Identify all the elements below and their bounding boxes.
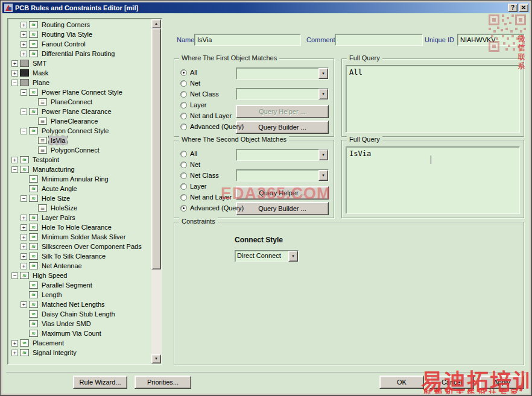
rule-wizard-button[interactable]: Rule Wizard...	[73, 376, 127, 389]
tree-item-power-plane-clearance[interactable]: −Power Plane Clearance	[9, 107, 151, 116]
second-net-class-dropdown[interactable]: ▼	[236, 169, 329, 181]
first-net-dropdown[interactable]: ▼	[236, 68, 329, 80]
tree-item-signal-integrity[interactable]: +Signal Integrity	[9, 348, 151, 357]
query-builder-button[interactable]: Query Builder ...	[236, 202, 329, 215]
tree-item-silkscreen-over-component-pads[interactable]: +Silkscreen Over Component Pads	[9, 242, 151, 251]
radio-net-and-layer[interactable]	[180, 194, 187, 201]
radio-option-net-class[interactable]: Net Class	[180, 171, 219, 180]
scrollbar-thumb[interactable]	[151, 28, 161, 269]
scroll-up-icon[interactable]: ▲	[151, 19, 161, 28]
chevron-down-icon[interactable]: ▼	[288, 251, 298, 262]
radio-net[interactable]	[180, 162, 187, 168]
tree-item-routing-corners[interactable]: +Routing Corners	[9, 20, 151, 30]
tree-item-vias-under-smd[interactable]: Vias Under SMD	[9, 319, 151, 328]
tree-item-polygon-connect-style[interactable]: −Polygon Connect Style	[9, 126, 151, 136]
radio-net-class[interactable]	[180, 91, 187, 98]
tree-item-planeclearance[interactable]: PlaneClearance	[9, 116, 151, 126]
radio-option-net-and-layer[interactable]: Net and Layer	[180, 193, 232, 201]
expand-plus-icon[interactable]: +	[21, 51, 27, 57]
tree-item-manufacturing[interactable]: −Manufacturing	[9, 165, 151, 174]
expand-plus-icon[interactable]: +	[21, 224, 27, 231]
tree-item-power-plane-connect-style[interactable]: −Power Plane Connect Style	[9, 87, 151, 97]
tree-item-daisy-chain-stub-length[interactable]: Daisy Chain Stub Length	[9, 309, 151, 319]
expand-plus-icon[interactable]: +	[21, 244, 27, 250]
chevron-down-icon[interactable]: ▼	[318, 149, 328, 160]
radio-option-net[interactable]: Net	[180, 160, 200, 169]
radio-advanced-query[interactable]	[180, 124, 187, 130]
tree-item-parallel-segment[interactable]: Parallel Segment	[9, 280, 151, 290]
radio-option-advanced-query[interactable]: Advanced (Query)	[180, 204, 244, 212]
collapse-minus-icon[interactable]: −	[21, 108, 27, 115]
tree-item-isvia[interactable]: IsVia	[9, 136, 151, 145]
chevron-down-icon[interactable]: ▼	[318, 170, 328, 181]
tree-item-planeconnect[interactable]: PlaneConnect	[9, 97, 151, 107]
collapse-minus-icon[interactable]: −	[11, 80, 18, 86]
full-query-second-text[interactable]: IsVia	[346, 146, 520, 214]
tree-item-mask[interactable]: +Mask	[9, 68, 151, 78]
tree-item-hole-to-hole-clearance[interactable]: +Hole To Hole Clearance	[9, 222, 151, 232]
tree-scrollbar[interactable]: ▲ ▼	[151, 19, 161, 363]
query-helper-button[interactable]: Query Helper ...	[236, 186, 329, 200]
expand-plus-icon[interactable]: +	[21, 31, 27, 38]
radio-all[interactable]	[180, 69, 187, 76]
tree-item-net-antennae[interactable]: +Net Antennae	[9, 261, 151, 271]
scroll-down-icon[interactable]: ▼	[151, 354, 161, 363]
scrollbar-track[interactable]	[151, 28, 161, 354]
radio-advanced-query[interactable]	[180, 205, 187, 212]
radio-net-and-layer[interactable]	[180, 113, 187, 119]
full-query-first-text[interactable]: All	[346, 65, 520, 133]
expand-plus-icon[interactable]: +	[21, 22, 27, 28]
radio-option-all[interactable]: All	[180, 149, 197, 158]
cancel-button[interactable]: Cancel	[429, 376, 474, 389]
tree-item-routing-via-style[interactable]: +Routing Via Style	[9, 30, 151, 39]
name-input[interactable]: IsVia	[194, 34, 301, 46]
query-helper-button[interactable]: Query Helper ...	[236, 105, 329, 118]
tree-item-maximum-via-count[interactable]: Maximum Via Count	[9, 328, 151, 338]
tree-item-minimum-annular-ring[interactable]: Minimum Annular Ring	[9, 174, 151, 184]
expand-plus-icon[interactable]: +	[11, 157, 18, 163]
expand-plus-icon[interactable]: +	[21, 253, 27, 260]
radio-option-layer[interactable]: Layer	[180, 101, 207, 109]
unique-id-input[interactable]: NIAHWVKV	[457, 34, 525, 46]
second-net-dropdown[interactable]: ▼	[236, 149, 329, 161]
tree-item-hole-size[interactable]: −Hole Size	[9, 193, 151, 203]
tree-item-minimum-solder-mask-sliver[interactable]: +Minimum Solder Mask Sliver	[9, 232, 151, 242]
collapse-minus-icon[interactable]: −	[21, 128, 27, 134]
tree-item-holesize[interactable]: HoleSize	[9, 203, 151, 213]
close-button[interactable]: ✕	[519, 4, 528, 12]
expand-plus-icon[interactable]: +	[11, 350, 18, 356]
priorities-button[interactable]: Priorities...	[135, 376, 191, 389]
tree-item-plane[interactable]: −Plane	[9, 78, 151, 87]
radio-option-advanced-query[interactable]: Advanced (Query)	[180, 122, 244, 131]
radio-layer[interactable]	[180, 183, 187, 190]
collapse-minus-icon[interactable]: −	[11, 166, 18, 173]
chevron-down-icon[interactable]: ▼	[318, 68, 328, 79]
expand-plus-icon[interactable]: +	[21, 41, 27, 48]
radio-option-net[interactable]: Net	[180, 79, 200, 87]
tree-item-layer-pairs[interactable]: +Layer Pairs	[9, 213, 151, 222]
radio-option-layer[interactable]: Layer	[180, 182, 207, 190]
radio-layer[interactable]	[180, 102, 187, 108]
expand-plus-icon[interactable]: +	[21, 215, 27, 221]
expand-plus-icon[interactable]: +	[21, 301, 27, 308]
tree-item-silk-to-silk-clearance[interactable]: +Silk To Silk Clearance	[9, 251, 151, 261]
connect-style-dropdown[interactable]: Direct Connect ▼	[235, 250, 299, 262]
query-builder-button[interactable]: Query Builder ...	[236, 121, 329, 134]
radio-net-class[interactable]	[180, 172, 187, 179]
expand-plus-icon[interactable]: +	[11, 340, 18, 347]
expand-plus-icon[interactable]: +	[21, 263, 27, 269]
expand-plus-icon[interactable]: +	[11, 60, 18, 67]
expand-plus-icon[interactable]: +	[11, 70, 18, 77]
first-net-class-dropdown[interactable]: ▼	[236, 88, 329, 100]
tree-item-smt[interactable]: +SMT	[9, 58, 151, 68]
tree-item-length[interactable]: Length	[9, 290, 151, 300]
collapse-minus-icon[interactable]: −	[11, 272, 18, 279]
radio-all[interactable]	[180, 151, 187, 157]
tree-item-fanout-control[interactable]: +Fanout Control	[9, 39, 151, 49]
tree-item-differential-pairs-routing[interactable]: +Differential Pairs Routing	[9, 49, 151, 58]
comment-input[interactable]	[335, 34, 423, 46]
tree-item-acute-angle[interactable]: Acute Angle	[9, 184, 151, 193]
titlebar[interactable]: PCB Rules and Constraints Editor [mil] ?…	[2, 2, 530, 13]
radio-option-net-and-layer[interactable]: Net and Layer	[180, 112, 232, 120]
collapse-minus-icon[interactable]: −	[21, 195, 27, 202]
